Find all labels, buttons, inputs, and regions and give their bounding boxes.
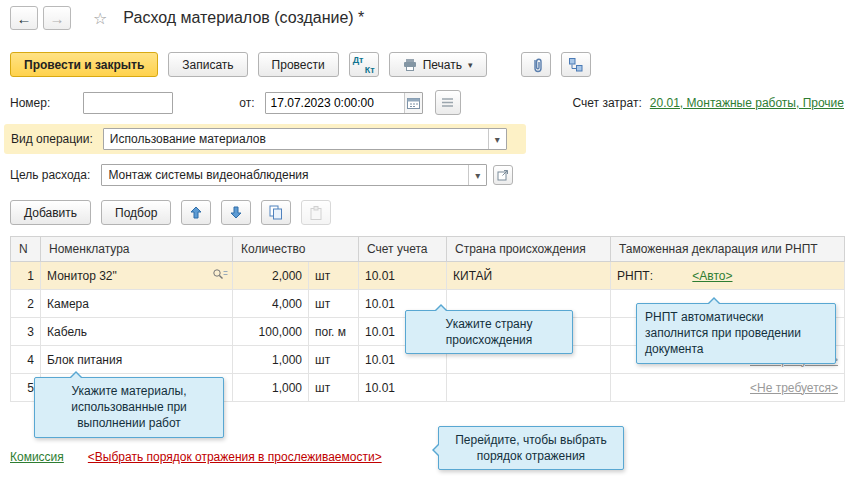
- printer-icon: [403, 58, 417, 71]
- arrow-down-icon: [230, 206, 242, 219]
- not-required-text: <Не требуется>: [750, 381, 838, 395]
- header-n: N: [11, 237, 41, 262]
- choose-item-button[interactable]: [212, 268, 228, 284]
- magnifier-icon: [212, 268, 228, 281]
- forward-button[interactable]: →: [43, 6, 71, 30]
- post-and-close-button[interactable]: Провести и закрыть: [10, 52, 158, 77]
- number-input[interactable]: [84, 96, 172, 110]
- header-item: Номенклатура: [41, 237, 233, 262]
- header-country: Страна происхождения: [447, 237, 611, 262]
- copy-icon: [269, 205, 283, 220]
- command-bar: Провести и закрыть Записать Провести Дт …: [10, 52, 591, 77]
- hierarchy-icon: [568, 57, 583, 72]
- header-fields-row: Номер: от: Счет затрат: 20.01, Монтажные…: [10, 90, 844, 115]
- purpose-open-button[interactable]: [493, 165, 513, 185]
- item-name: Монитор 32": [47, 269, 117, 283]
- print-dropdown-icon: ▾: [468, 60, 473, 70]
- header-declaration: Таможенная декларация или РНПТ: [611, 237, 845, 262]
- paste-icon: [310, 206, 322, 220]
- title-bar: ← → ☆ Расход материалов (создание) *: [10, 6, 364, 30]
- move-up-button[interactable]: [181, 200, 211, 225]
- table-toolbar: Добавить Подбор: [10, 200, 331, 225]
- copy-button[interactable]: [261, 200, 291, 225]
- operation-label: Вид операции:: [11, 132, 93, 146]
- table-row[interactable]: 1 Монитор 32" 2,000 шт 10.01 КИТАЙ: [11, 262, 845, 290]
- back-button[interactable]: ←: [10, 6, 38, 30]
- date-label: от:: [239, 96, 254, 110]
- dtkt-icon: Дт Кт: [353, 56, 375, 74]
- list-lines-icon: [441, 97, 454, 108]
- cost-account-link[interactable]: 20.01, Монтажные работы, Прочие: [650, 96, 844, 110]
- tooltip-materials: Укажите материалы, использованные при вы…: [34, 377, 224, 438]
- cost-account-label: Счет затрат:: [573, 96, 642, 110]
- number-label: Номер:: [10, 96, 50, 110]
- header-account: Счет учета: [359, 237, 447, 262]
- post-button[interactable]: Провести: [258, 52, 339, 77]
- save-button[interactable]: Записать: [168, 52, 247, 77]
- purpose-dropdown-icon[interactable]: ▾: [468, 165, 486, 185]
- attachments-button[interactable]: [521, 52, 551, 77]
- move-down-button[interactable]: [221, 200, 251, 225]
- header-qty: Количество: [233, 237, 359, 262]
- date-input[interactable]: [266, 96, 404, 110]
- tooltip-rnpt: РНПТ автоматически заполнится при провед…: [636, 303, 836, 364]
- print-label: Печать: [423, 58, 462, 72]
- purpose-value: Монтаж системы видеонаблюдения: [102, 168, 468, 182]
- footer-links: Комиссия <Выбрать порядок отражения в пр…: [10, 450, 382, 464]
- date-field[interactable]: [265, 92, 423, 114]
- open-in-window-icon: [497, 169, 509, 181]
- operation-combobox[interactable]: Использование материалов ▾: [103, 128, 507, 150]
- tooltip-country: Укажите страну происхождения: [405, 310, 573, 354]
- purpose-label: Цель расхода:: [10, 168, 90, 182]
- traceability-link[interactable]: <Выбрать порядок отражения в прослеживае…: [88, 450, 382, 464]
- purpose-combobox[interactable]: Монтаж системы видеонаблюдения ▾: [101, 164, 487, 186]
- document-window: ← → ☆ Расход материалов (создание) * Про…: [0, 0, 854, 480]
- operation-value: Использование материалов: [104, 132, 488, 146]
- commission-link[interactable]: Комиссия: [10, 450, 64, 464]
- rnpt-auto-link[interactable]: <Авто>: [692, 269, 732, 283]
- calendar-icon: [407, 97, 420, 109]
- paperclip-icon: [528, 57, 543, 73]
- dtkt-postings-button[interactable]: Дт Кт: [349, 52, 379, 77]
- purpose-row: Цель расхода: Монтаж системы видеонаблюд…: [10, 164, 513, 186]
- number-field[interactable]: [83, 92, 173, 114]
- page-title: Расход материалов (создание) *: [123, 9, 364, 27]
- arrow-up-icon: [190, 206, 202, 219]
- date-picker-button[interactable]: [404, 93, 422, 113]
- paste-button[interactable]: [301, 200, 331, 225]
- operation-dropdown-icon[interactable]: ▾: [488, 129, 506, 149]
- structure-button[interactable]: [561, 52, 591, 77]
- pick-button[interactable]: Подбор: [101, 200, 171, 225]
- add-row-button[interactable]: Добавить: [10, 200, 91, 225]
- table-header-row: N Номенклатура Количество Счет учета Стр…: [11, 237, 845, 262]
- forward-icon: →: [50, 10, 65, 27]
- favorite-star-icon[interactable]: ☆: [93, 9, 107, 28]
- rnpt-prefix: РНПТ:: [617, 269, 653, 283]
- back-icon: ←: [17, 10, 32, 27]
- operation-row: Вид операции: Использование материалов ▾: [4, 124, 526, 154]
- print-button[interactable]: Печать ▾: [389, 52, 487, 77]
- date-extra-button[interactable]: [435, 90, 461, 115]
- tooltip-trace: Перейдите, чтобы выбрать порядок отражен…: [438, 426, 624, 470]
